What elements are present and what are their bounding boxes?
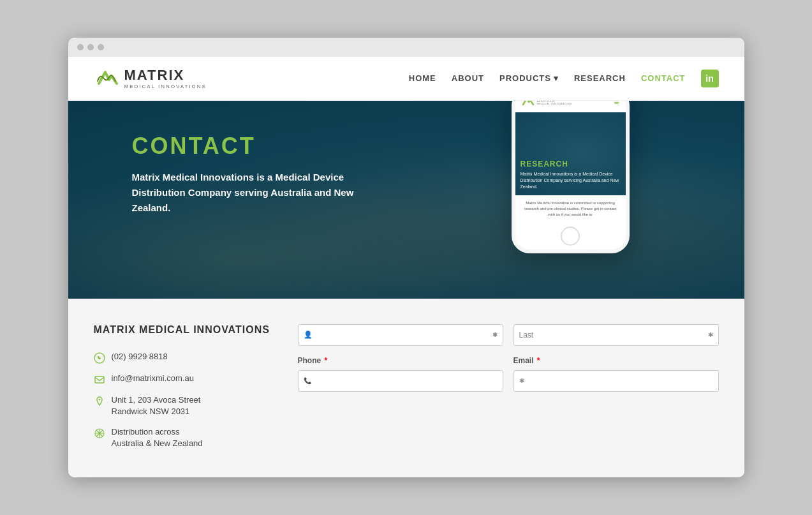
email-required: * (537, 356, 540, 365)
phone-hero-title: RESEARCH (520, 160, 621, 168)
browser-dot-2 (87, 44, 94, 50)
browser-chrome (68, 38, 744, 57)
distribution-text: Distribution across Australia & New Zeal… (112, 426, 203, 449)
phone-mockup: MATRIX MEDICAL INNOVATIONS ≡ RESEARCH Ma… (512, 101, 630, 253)
contact-info: MATRIX MEDICAL INNOVATIONS (02) 9929 881… (94, 324, 272, 459)
form-field-email: Email * ✱ (513, 356, 719, 392)
logo-text: MATRIX MEDICAL INNOVATIONS (124, 67, 207, 89)
browser-dot-3 (98, 44, 104, 50)
nav-links: HOME ABOUT PRODUCTS ▾ RESEARCH CONTACT i… (409, 70, 719, 87)
hero-title: CONTACT (132, 133, 362, 160)
browser-window: MATRIX MEDICAL INNOVATIONS HOME ABOUT PR… (68, 38, 744, 478)
phone-required: * (325, 356, 328, 365)
hero-section: CONTACT Matrix Medical Innovations is a … (68, 101, 744, 299)
email-address: info@matrixmi.com.au (112, 373, 195, 384)
phone-screen: MATRIX MEDICAL INNOVATIONS ≡ RESEARCH Ma… (515, 101, 626, 246)
nav-about[interactable]: ABOUT (452, 73, 484, 83)
phone-number: (02) 9929 8818 (112, 351, 168, 362)
navbar: MATRIX MEDICAL INNOVATIONS HOME ABOUT PR… (68, 57, 744, 101)
phone-body-text: Matrix Medical Innovation is committed t… (515, 195, 626, 223)
logo-icon (94, 66, 119, 91)
contact-email-item: info@matrixmi.com.au (94, 373, 272, 385)
phone-icon (94, 352, 105, 364)
distribution-icon (94, 428, 105, 439)
hamburger-icon[interactable]: ≡ (614, 101, 619, 107)
logo-sub: MEDICAL INNOVATIONS (124, 84, 207, 89)
phone-label: Phone (298, 356, 321, 365)
asterisk-icon: ✱ (492, 331, 498, 338)
contact-form: 👤 ✱ Last ✱ Phone * (298, 324, 719, 459)
phone-input-icon: 📞 (304, 377, 311, 384)
phone-hero-description: Matrix Medical Innovations is a Medical … (520, 171, 621, 190)
phone-nav: MATRIX MEDICAL INNOVATIONS ≡ (515, 101, 626, 112)
nav-products[interactable]: PRODUCTS ▾ (499, 73, 559, 83)
contact-phone-item: (02) 9929 8818 (94, 351, 272, 364)
hero-description: Matrix Medical Innovations is a Medical … (132, 170, 362, 216)
svg-point-2 (98, 398, 100, 400)
user-icon: 👤 (304, 331, 313, 339)
form-field-last: Last ✱ (513, 324, 719, 346)
last-name-value: Last (519, 331, 534, 340)
hero-content: CONTACT Matrix Medical Innovations is a … (68, 101, 425, 248)
nav-research[interactable]: RESEARCH (574, 73, 626, 83)
contact-address-item: Unit 1, 203 Avoca Street Randwick NSW 20… (94, 394, 272, 417)
form-field-first: 👤 ✱ (298, 324, 503, 346)
phone-hero-image: RESEARCH Matrix Medical Innovations is a… (515, 112, 626, 195)
phone-logo-icon (522, 101, 535, 107)
form-field-phone: Phone * 📞 (298, 356, 503, 392)
phone-logo: MATRIX MEDICAL INNOVATIONS (522, 101, 572, 107)
browser-dot-1 (77, 44, 84, 50)
email-icon (94, 374, 105, 385)
svg-rect-1 (95, 377, 104, 383)
phone-home-button[interactable] (561, 227, 580, 246)
address-text: Unit 1, 203 Avoca Street Randwick NSW 20… (112, 394, 201, 417)
logo-matrix: MATRIX (124, 67, 207, 84)
chevron-down-icon: ▾ (554, 73, 559, 83)
phone-logo-sub: MEDICAL INNOVATIONS (537, 102, 572, 105)
logo[interactable]: MATRIX MEDICAL INNOVATIONS (94, 66, 207, 91)
asterisk-icon-last: ✱ (708, 331, 713, 338)
form-row-name: 👤 ✱ Last ✱ (298, 324, 719, 346)
nav-contact[interactable]: CONTACT (641, 73, 686, 83)
linkedin-icon[interactable]: in (701, 70, 719, 87)
form-row-contact: Phone * 📞 Email * ✱ (298, 356, 719, 392)
nav-home[interactable]: HOME (409, 73, 436, 83)
contact-distribution-item: Distribution across Australia & New Zeal… (94, 426, 272, 449)
email-label: Email (513, 356, 534, 365)
bottom-section: MATRIX MEDICAL INNOVATIONS (02) 9929 881… (68, 299, 744, 478)
location-icon (94, 396, 105, 407)
company-name: MATRIX MEDICAL INNOVATIONS (94, 324, 272, 336)
email-input-icon: ✱ (519, 377, 524, 384)
